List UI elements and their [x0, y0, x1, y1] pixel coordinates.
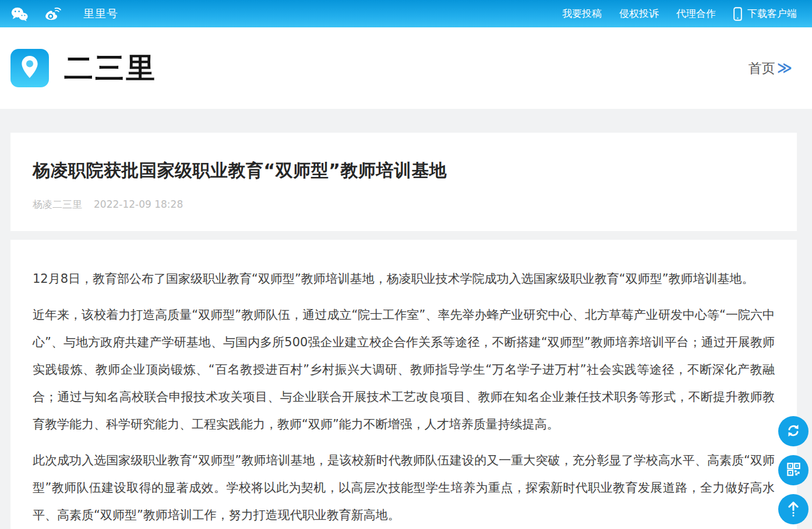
report-infringement-link[interactable]: 侵权投诉 — [619, 7, 659, 20]
article-paragraph: 近年来，该校着力打造高质量“双师型”教师队伍，通过成立“院士工作室”、率先举办蜂… — [33, 301, 775, 438]
phone-icon — [733, 7, 742, 21]
chevron-right-double-icon: ≫ — [777, 59, 792, 76]
back-to-top-button[interactable] — [778, 494, 809, 524]
page-content: 杨凌职院获批国家级职业教育“双师型”教师培训基地 杨凌二三里 2022-12-0… — [0, 109, 812, 529]
qrcode-button[interactable] — [778, 455, 809, 485]
article-author: 杨凌二三里 — [33, 198, 82, 211]
floating-button-stack — [778, 416, 809, 524]
article-body-card: 12月8日，教育部公布了国家级职业教育“双师型”教师培训基地，杨凌职业技术学院成… — [10, 240, 797, 529]
article-paragraph: 12月8日，教育部公布了国家级职业教育“双师型”教师培训基地，杨凌职业技术学院成… — [33, 265, 775, 293]
agency-cooperation-link[interactable]: 代理合作 — [676, 7, 716, 20]
arrow-up-icon — [785, 500, 802, 519]
article-title-card: 杨凌职院获批国家级职业教育“双师型”教师培训基地 杨凌二三里 2022-12-0… — [10, 133, 797, 231]
site-name: 二三里 — [64, 49, 157, 88]
topbar-links: 我要投稿 侵权投诉 代理合作 下载客户端 — [545, 7, 797, 21]
topbar: 里里号 我要投稿 侵权投诉 代理合作 下载客户端 — [0, 0, 812, 27]
article-meta: 杨凌二三里 2022-12-09 18:28 — [33, 198, 775, 211]
topbar-left: 里里号 — [10, 6, 118, 22]
wechat-icon[interactable] — [10, 6, 29, 22]
site-header: 二三里 首页≫ — [0, 27, 812, 109]
download-app-link[interactable]: 下载客户端 — [733, 7, 797, 21]
home-link[interactable]: 首页≫ — [749, 59, 792, 77]
site-logo[interactable] — [10, 49, 49, 87]
refresh-icon — [785, 423, 802, 441]
brand-label[interactable]: 里里号 — [83, 6, 118, 22]
article-paragraph: 此次成功入选国家级职业教育“双师型”教师培训基地，是该校新时代教师队伍建设的又一… — [33, 447, 775, 529]
weibo-icon[interactable] — [43, 6, 61, 22]
refresh-button[interactable] — [778, 416, 809, 446]
map-pin-icon — [16, 54, 43, 83]
submit-article-link[interactable]: 我要投稿 — [562, 7, 602, 20]
qrcode-icon — [786, 461, 802, 479]
article-published-time: 2022-12-09 18:28 — [94, 198, 183, 210]
article-title: 杨凌职院获批国家级职业教育“双师型”教师培训基地 — [33, 159, 775, 182]
